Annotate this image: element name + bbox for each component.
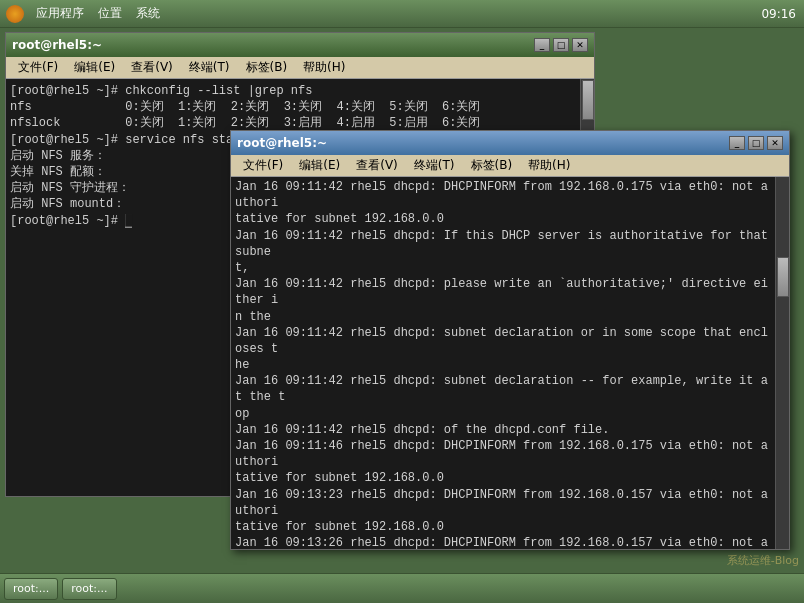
front-line-8: Jan 16 09:11:42 rhel5 dhcpd: subnet decl… [235, 373, 771, 405]
back-scrollbar-thumb[interactable] [582, 80, 594, 120]
taskbar-apps-label[interactable]: 应用程序 [30, 3, 90, 24]
front-line-6: Jan 16 09:11:42 rhel5 dhcpd: subnet decl… [235, 325, 771, 357]
back-line-0: [root@rhel5 ~]# chkconfig --list |grep n… [10, 83, 576, 99]
taskbar: 应用程序 位置 系统 09:16 [0, 0, 804, 28]
taskbar-apps: 应用程序 位置 系统 [0, 3, 172, 24]
front-line-9: op [235, 406, 771, 422]
back-title: root@rhel5:~ [12, 38, 102, 52]
front-menu-tabs[interactable]: 标签(B) [463, 155, 521, 176]
front-win-controls: _ □ ✕ [729, 136, 783, 150]
front-line-13: Jan 16 09:13:23 rhel5 dhcpd: DHCPINFORM … [235, 487, 771, 519]
front-line-10: Jan 16 09:11:42 rhel5 dhcpd: of the dhcp… [235, 422, 771, 438]
front-minimize-button[interactable]: _ [729, 136, 745, 150]
back-menu-tabs[interactable]: 标签(B) [238, 57, 296, 78]
watermark: 系统运维-Blog [727, 553, 799, 568]
front-menu-view[interactable]: 查看(V) [348, 155, 406, 176]
back-menubar: 文件(F) 编辑(E) 查看(V) 终端(T) 标签(B) 帮助(H) [6, 57, 594, 79]
taskbar-position-label[interactable]: 位置 [92, 3, 128, 24]
taskbar-right: 09:16 [761, 0, 796, 28]
front-titlebar[interactable]: root@rhel5:~ _ □ ✕ [231, 131, 789, 155]
clock-display: 09:16 [761, 7, 796, 21]
back-menu-view[interactable]: 查看(V) [123, 57, 181, 78]
window-front: root@rhel5:~ _ □ ✕ 文件(F) 编辑(E) 查看(V) 终端(… [230, 130, 790, 550]
maximize-button[interactable]: □ [553, 38, 569, 52]
front-menu-file[interactable]: 文件(F) [235, 155, 291, 176]
front-terminal-content: Jan 16 09:11:42 rhel5 dhcpd: DHCPINFORM … [231, 177, 775, 549]
front-line-2: Jan 16 09:11:42 rhel5 dhcpd: If this DHC… [235, 228, 771, 260]
front-line-3: t, [235, 260, 771, 276]
front-line-1: tative for subnet 192.168.0.0 [235, 211, 771, 227]
app-icon [6, 5, 24, 23]
front-menu-terminal[interactable]: 终端(T) [406, 155, 463, 176]
minimize-button[interactable]: _ [534, 38, 550, 52]
back-menu-edit[interactable]: 编辑(E) [66, 57, 123, 78]
back-menu-file[interactable]: 文件(F) [10, 57, 66, 78]
front-line-12: tative for subnet 192.168.0.0 [235, 470, 771, 486]
taskbar-btn-2[interactable]: root:... [62, 578, 116, 600]
front-line-5: n the [235, 309, 771, 325]
front-close-button[interactable]: ✕ [767, 136, 783, 150]
back-menu-terminal[interactable]: 终端(T) [181, 57, 238, 78]
front-scrollbar[interactable] [775, 177, 789, 549]
front-menu-edit[interactable]: 编辑(E) [291, 155, 348, 176]
bottom-panel: root:... root:... [0, 573, 804, 603]
front-scrollbar-thumb[interactable] [777, 257, 789, 297]
front-line-0: Jan 16 09:11:42 rhel5 dhcpd: DHCPINFORM … [235, 179, 771, 211]
front-line-4: Jan 16 09:11:42 rhel5 dhcpd: please writ… [235, 276, 771, 308]
back-line-1: nfs 0:关闭 1:关闭 2:关闭 3:关闭 4:关闭 5:关闭 6:关闭 [10, 99, 576, 115]
taskbar-system-label[interactable]: 系统 [130, 3, 166, 24]
front-title: root@rhel5:~ [237, 136, 327, 150]
back-menu-help[interactable]: 帮助(H) [295, 57, 353, 78]
front-line-7: he [235, 357, 771, 373]
front-maximize-button[interactable]: □ [748, 136, 764, 150]
close-button[interactable]: ✕ [572, 38, 588, 52]
front-line-11: Jan 16 09:11:46 rhel5 dhcpd: DHCPINFORM … [235, 438, 771, 470]
front-menu-help[interactable]: 帮助(H) [520, 155, 578, 176]
front-menubar: 文件(F) 编辑(E) 查看(V) 终端(T) 标签(B) 帮助(H) [231, 155, 789, 177]
back-titlebar[interactable]: root@rhel5:~ _ □ ✕ [6, 33, 594, 57]
front-line-15: Jan 16 09:13:26 rhel5 dhcpd: DHCPINFORM … [235, 535, 771, 549]
taskbar-btn-1[interactable]: root:... [4, 578, 58, 600]
front-line-14: tative for subnet 192.168.0.0 [235, 519, 771, 535]
back-win-controls: _ □ ✕ [534, 38, 588, 52]
